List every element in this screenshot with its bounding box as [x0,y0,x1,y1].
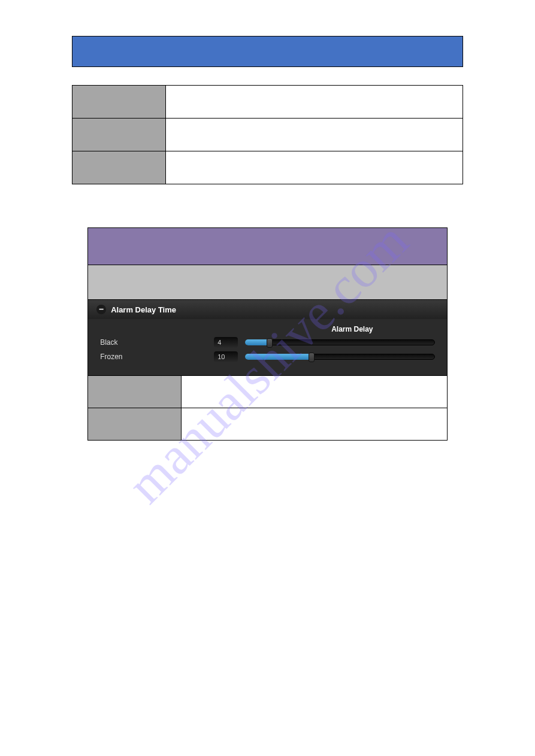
table-row [88,376,448,408]
alarm-delay-panel: – Alarm Delay Time Alarm Delay Black 4 [88,300,447,375]
table-row [72,119,463,151]
section-subheader [88,265,448,300]
definition-table-1 [72,85,463,184]
value-cell [166,119,463,151]
collapse-icon[interactable]: – [96,305,106,314]
label-cell [72,86,166,119]
label-cell [72,119,166,151]
alarm-delay-slider-black[interactable] [245,337,435,348]
slider-row-frozen: Frozen 10 [100,351,435,362]
label-cell [88,408,182,441]
row-label: Frozen [100,353,214,361]
column-header: Alarm Delay [331,321,435,337]
section-header-purple [88,228,448,265]
panel-header[interactable]: – Alarm Delay Time [88,300,447,319]
table-row [88,408,448,441]
value-cell [182,376,448,408]
table-row [72,151,463,184]
row-value: 4 [214,337,238,348]
slider-row-black: Black 4 [100,337,435,348]
row-value: 10 [214,351,238,362]
panel-title: Alarm Delay Time [111,305,176,314]
value-cell [166,86,463,119]
value-cell [182,408,448,441]
row-label: Black [100,338,214,347]
alarm-delay-slider-frozen[interactable] [245,351,435,362]
label-cell [72,151,166,184]
value-cell [166,151,463,184]
label-cell [88,376,182,408]
table-row [72,86,463,119]
section-table-2: – Alarm Delay Time Alarm Delay Black 4 [87,227,448,441]
section-bar-blue [72,36,463,67]
